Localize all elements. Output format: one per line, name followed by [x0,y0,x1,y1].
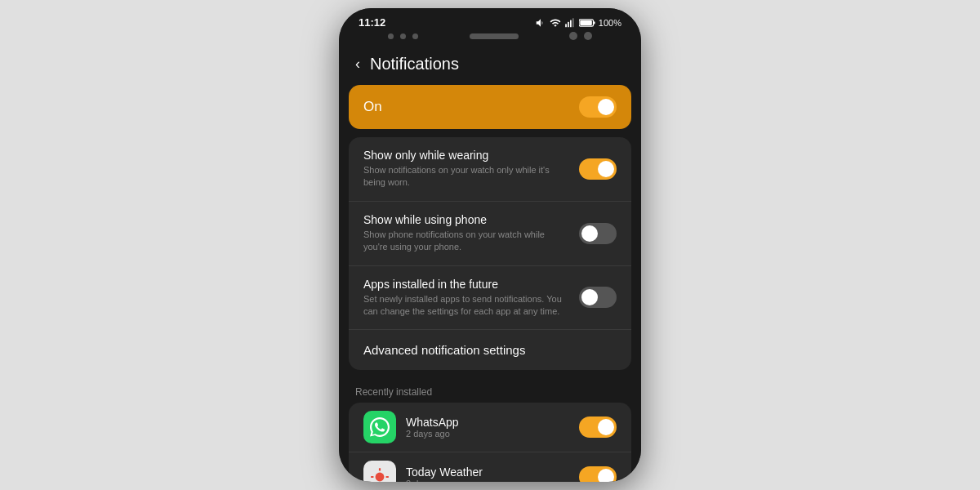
settings-row-future-title: Apps installed in the future [363,278,569,291]
weather-info: Today Weather 2 days ago [406,466,579,482]
recently-installed-label: Recently installed [339,378,641,403]
battery-icon [579,18,595,28]
toggle-whatsapp-knob [598,419,614,435]
page-title: Notifications [370,55,459,74]
toggle-future-knob [581,289,598,305]
app-row-weather[interactable]: Today Weather 2 days ago [349,452,631,482]
cam-circle-1 [569,32,577,40]
weather-name: Today Weather [406,466,579,479]
svg-rect-5 [580,20,592,25]
settings-row-wearing-desc: Show notifications on your watch only wh… [363,164,569,189]
svg-rect-2 [570,20,572,27]
page-header: ‹ Notifications [339,45,641,85]
settings-row-future-text: Apps installed in the future Set newly i… [363,278,569,318]
settings-row-phone[interactable]: Show while using phone Show phone notifi… [349,202,631,266]
whatsapp-info: WhatsApp 2 days ago [406,416,579,439]
wifi-icon [550,17,561,29]
app-card: WhatsApp 2 days ago [349,403,631,482]
whatsapp-time: 2 days ago [406,429,579,439]
svg-rect-0 [565,24,567,27]
toggle-weather-knob [598,469,614,482]
back-button[interactable]: ‹ [355,56,360,73]
status-time: 11:12 [359,16,385,29]
content-scroll[interactable]: On Show only while wearing Show notifica… [339,85,641,482]
status-bar: 11:12 100% [339,8,641,32]
phone-frame: 11:12 100% [339,8,641,482]
svg-point-7 [376,473,385,482]
camera-dots-right [569,32,592,40]
whatsapp-icon [363,411,396,443]
settings-row-future-desc: Set newly installed apps to send notific… [363,293,569,318]
whatsapp-icon-wrap [363,411,396,443]
weather-app-icon [363,461,396,482]
toggle-phone-knob [581,225,598,242]
weather-time: 2 days ago [406,479,579,482]
dot-3 [412,33,418,39]
settings-card: Show only while wearing Show notificatio… [349,137,631,370]
battery-percentage: 100% [599,18,621,28]
signal-icon [564,17,576,29]
main-toggle-switch[interactable] [579,96,617,118]
status-icons: 100% [535,17,621,29]
camera-bar [339,32,641,45]
svg-rect-1 [568,21,569,26]
toggle-future[interactable] [579,287,617,308]
toggle-phone[interactable] [579,223,617,244]
svg-rect-6 [594,21,595,24]
dot-1 [388,33,394,39]
camera-dots-left [388,33,418,39]
app-row-whatsapp[interactable]: WhatsApp 2 days ago [349,403,631,452]
svg-rect-3 [572,18,574,27]
toggle-wearing-knob [598,161,614,177]
notch-pill [470,33,519,39]
dot-2 [400,33,406,39]
main-toggle-knob [598,99,614,115]
cam-circle-2 [584,32,592,40]
toggle-weather[interactable] [579,466,617,482]
advanced-row[interactable]: Advanced notification settings [349,330,631,370]
toggle-wearing[interactable] [579,158,617,180]
settings-row-wearing-text: Show only while wearing Show notificatio… [363,149,569,189]
whatsapp-name: WhatsApp [406,416,579,429]
sound-icon [535,17,546,29]
settings-row-phone-title: Show while using phone [363,213,569,226]
settings-row-phone-text: Show while using phone Show phone notifi… [363,213,569,254]
main-toggle-row[interactable]: On [349,85,631,129]
weather-icon-wrap [363,461,396,482]
settings-row-future[interactable]: Apps installed in the future Set newly i… [349,266,631,331]
settings-row-phone-desc: Show phone notifications on your watch w… [363,229,569,254]
main-toggle-label: On [363,99,382,115]
settings-row-wearing[interactable]: Show only while wearing Show notificatio… [349,137,631,202]
advanced-title: Advanced notification settings [363,343,525,357]
settings-row-wearing-title: Show only while wearing [363,149,569,162]
toggle-whatsapp[interactable] [579,416,617,438]
